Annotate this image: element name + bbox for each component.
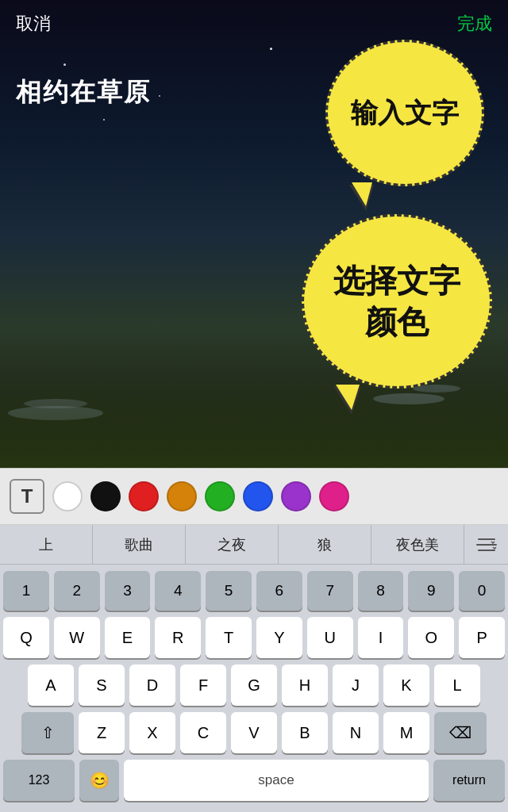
key-e[interactable]: E <box>105 617 151 658</box>
key-o[interactable]: O <box>408 617 454 658</box>
color-red[interactable] <box>129 481 159 511</box>
shift-button[interactable]: ⇧ <box>21 712 74 753</box>
emoji-button[interactable]: 😊 <box>79 760 119 801</box>
predictive-item-3[interactable]: 狼 <box>279 525 371 564</box>
bubble-input-text: 输入文字 <box>325 40 484 186</box>
key-s[interactable]: S <box>79 665 125 706</box>
key-b[interactable]: B <box>282 712 328 753</box>
color-bar: T <box>0 468 508 525</box>
color-orange[interactable] <box>167 481 197 511</box>
predictive-item-2[interactable]: 之夜 <box>186 525 279 564</box>
key-p[interactable]: P <box>459 617 505 658</box>
cancel-button[interactable]: 取消 <box>16 12 51 36</box>
key-g[interactable]: G <box>231 665 277 706</box>
key-8[interactable]: 8 <box>358 571 404 611</box>
key-6[interactable]: 6 <box>256 571 302 611</box>
bottom-row: 123 😊 space return <box>3 760 505 801</box>
done-button[interactable]: 完成 <box>457 12 492 36</box>
key-k[interactable]: K <box>383 665 429 706</box>
color-pink[interactable] <box>319 481 349 511</box>
asdf-row: A S D F G H J K L <box>3 665 505 706</box>
qwerty-row: Q W E R T Y U I O P <box>3 617 505 658</box>
color-white[interactable] <box>52 481 83 511</box>
key-5[interactable]: 5 <box>206 571 252 611</box>
key-c[interactable]: C <box>180 712 226 753</box>
key-r[interactable]: R <box>155 617 201 658</box>
top-bar: 取消 完成 <box>0 0 508 48</box>
key-0[interactable]: 0 <box>459 571 505 611</box>
key-x[interactable]: X <box>129 712 175 753</box>
color-purple[interactable] <box>281 481 311 511</box>
bubble-1-text: 输入文字 <box>351 97 459 129</box>
settings-icon <box>475 536 498 553</box>
key-9[interactable]: 9 <box>408 571 454 611</box>
numbers-button[interactable]: 123 <box>3 760 75 801</box>
key-d[interactable]: D <box>129 665 175 706</box>
key-u[interactable]: U <box>307 617 353 658</box>
keyboard: 1 2 3 4 5 6 7 8 9 0 Q W E R T Y U I O P … <box>0 565 508 812</box>
key-n[interactable]: N <box>333 712 379 753</box>
key-4[interactable]: 4 <box>155 571 201 611</box>
space-button[interactable]: space <box>124 760 429 801</box>
keyboard-settings-button[interactable] <box>464 525 508 564</box>
key-y[interactable]: Y <box>256 617 302 658</box>
predictive-bar: 上 歌曲 之夜 狼 夜色美 <box>0 525 508 565</box>
key-w[interactable]: W <box>54 617 100 658</box>
key-2[interactable]: 2 <box>54 571 100 611</box>
key-l[interactable]: L <box>434 665 480 706</box>
key-1[interactable]: 1 <box>3 571 49 611</box>
key-i[interactable]: I <box>358 617 404 658</box>
key-t[interactable]: T <box>206 617 252 658</box>
key-3[interactable]: 3 <box>105 571 151 611</box>
key-q[interactable]: Q <box>3 617 49 658</box>
key-h[interactable]: H <box>282 665 328 706</box>
color-green[interactable] <box>205 481 235 511</box>
bubble-2-text: 选择文字 颜色 <box>333 260 460 343</box>
key-m[interactable]: M <box>383 712 429 753</box>
color-black[interactable] <box>90 481 121 511</box>
text-style-button[interactable]: T <box>10 479 44 514</box>
key-f[interactable]: F <box>180 665 226 706</box>
key-z[interactable]: Z <box>79 712 125 753</box>
key-j[interactable]: J <box>333 665 379 706</box>
bubble-select-color: 选择文字 颜色 <box>302 214 492 389</box>
key-a[interactable]: A <box>28 665 74 706</box>
key-7[interactable]: 7 <box>307 571 353 611</box>
zxcv-row: ⇧ Z X C V B N M ⌫ <box>3 712 505 753</box>
number-row: 1 2 3 4 5 6 7 8 9 0 <box>3 571 505 611</box>
return-button[interactable]: return <box>433 760 505 801</box>
key-v[interactable]: V <box>231 712 277 753</box>
predictive-item-4[interactable]: 夜色美 <box>371 525 464 564</box>
predictive-item-1[interactable]: 歌曲 <box>93 525 186 564</box>
text-overlay: 相约在草原 <box>16 75 151 110</box>
delete-button[interactable]: ⌫ <box>434 712 487 753</box>
predictive-item-0[interactable]: 上 <box>0 525 93 564</box>
color-blue[interactable] <box>243 481 273 511</box>
